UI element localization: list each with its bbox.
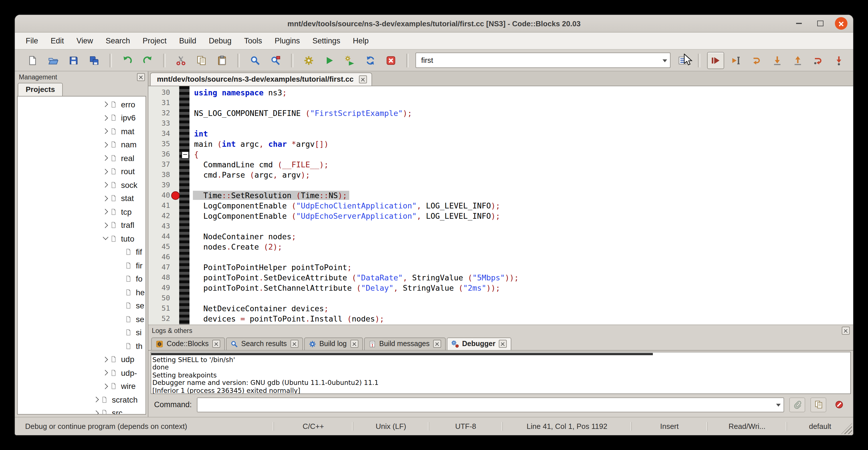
line-number[interactable]: 35 <box>148 139 170 149</box>
tree-item[interactable]: mat <box>18 124 146 138</box>
menu-settings[interactable]: Settings <box>306 33 347 49</box>
chevron-right-icon[interactable] <box>101 167 110 176</box>
tree-item[interactable]: he <box>18 286 146 299</box>
chevron-right-icon[interactable] <box>101 100 110 109</box>
chevron-right-icon[interactable] <box>92 409 101 415</box>
line-number[interactable]: 30 <box>148 87 170 98</box>
tree-item[interactable]: se <box>18 299 146 312</box>
chevron-right-icon[interactable] <box>101 369 110 377</box>
line-number[interactable]: 33 <box>148 118 170 128</box>
chevron-right-icon[interactable] <box>101 127 110 136</box>
line-number[interactable]: 49 <box>148 283 170 293</box>
tree-item[interactable]: real <box>18 151 146 165</box>
build-button[interactable] <box>300 52 317 69</box>
chevron-right-icon[interactable] <box>92 395 101 404</box>
breakpoint-icon[interactable] <box>171 191 180 200</box>
line-number[interactable]: 46 <box>148 252 170 262</box>
rebuild-button[interactable] <box>362 52 379 69</box>
find-button[interactable] <box>247 52 264 69</box>
code-line[interactable]: 47 PointToPointHelper pointToPoint; <box>148 262 853 272</box>
close-icon[interactable] <box>359 75 367 83</box>
tree-item[interactable]: fo <box>18 272 146 286</box>
code-line[interactable]: 32NS_LOG_COMPONENT_DEFINE ("FirstScriptE… <box>148 108 853 118</box>
build-and-run-button[interactable] <box>341 52 359 69</box>
minimize-button[interactable] <box>793 17 805 30</box>
new-file-button[interactable] <box>24 52 41 69</box>
cut-button[interactable] <box>172 52 189 69</box>
next-instruction-button[interactable] <box>810 52 827 69</box>
tree-item[interactable]: trafl <box>18 218 146 232</box>
line-number[interactable]: 39 <box>148 180 170 190</box>
tree-item[interactable]: stat <box>18 191 146 205</box>
menu-help[interactable]: Help <box>347 33 375 49</box>
run-to-cursor-button[interactable] <box>727 52 745 69</box>
tree-item[interactable]: scratch <box>18 393 146 406</box>
line-number[interactable]: 43 <box>148 221 170 231</box>
tree-item[interactable]: sock <box>18 178 146 191</box>
redo-button[interactable] <box>139 52 156 69</box>
close-icon[interactable] <box>499 340 507 348</box>
line-number[interactable]: 47 <box>148 262 170 272</box>
code-line[interactable]: 45 nodes.Create (2); <box>148 242 853 252</box>
code-line[interactable]: 34int <box>148 128 853 139</box>
tab-projects[interactable]: Projects <box>18 83 63 96</box>
editor-tab[interactable]: mnt/dev/tools/source/ns-3-dev/examples/t… <box>150 72 372 86</box>
abort-build-button[interactable] <box>382 52 400 69</box>
line-number[interactable]: 51 <box>148 303 170 313</box>
tab-build-messages[interactable]: Build messages <box>364 337 446 350</box>
stop-button[interactable] <box>832 398 846 412</box>
menu-edit[interactable]: Edit <box>44 33 70 49</box>
line-number[interactable]: 32 <box>148 108 170 118</box>
open-file-button[interactable] <box>44 52 62 69</box>
close-icon[interactable] <box>212 340 220 348</box>
code-line[interactable]: 36{ <box>148 149 853 159</box>
menu-file[interactable]: File <box>20 33 44 49</box>
tree-item[interactable]: si <box>18 326 146 339</box>
copy-button[interactable] <box>193 52 210 69</box>
code-line[interactable]: 48 pointToPoint.SetDeviceAttribute ("Dat… <box>148 272 853 283</box>
undo-button[interactable] <box>119 52 136 69</box>
chevron-right-icon[interactable] <box>101 114 110 122</box>
line-number[interactable]: 36 <box>148 149 170 159</box>
tree-item[interactable]: tcp <box>18 205 146 218</box>
code-line[interactable]: 42 LogComponentEnable ("UdpEchoServerApp… <box>148 211 853 221</box>
close-icon[interactable] <box>842 327 850 335</box>
menu-view[interactable]: View <box>70 33 99 49</box>
chevron-right-icon[interactable] <box>101 141 110 149</box>
code-line[interactable]: 31 <box>148 98 853 108</box>
code-editor[interactable]: 30using namespace ns3;3132NS_LOG_COMPONE… <box>148 86 853 324</box>
next-line-button[interactable] <box>748 52 765 69</box>
chevron-down-icon[interactable] <box>101 234 110 243</box>
tree-item[interactable]: nam <box>18 138 146 151</box>
command-input[interactable] <box>197 398 773 412</box>
line-number[interactable]: 37 <box>148 159 170 170</box>
fold-marker-icon[interactable] <box>181 151 189 158</box>
tab-code-blocks[interactable]: Code::Blocks <box>151 337 224 350</box>
tree-item[interactable]: src <box>18 406 146 415</box>
save-all-button[interactable] <box>86 52 103 69</box>
line-number[interactable]: 40 <box>148 190 170 201</box>
copy-button[interactable] <box>810 397 826 412</box>
close-icon[interactable] <box>350 340 358 348</box>
menu-plugins[interactable]: Plugins <box>268 33 306 49</box>
code-line[interactable]: 43 <box>148 221 853 231</box>
menu-tools[interactable]: Tools <box>238 33 268 49</box>
tree-item[interactable]: ipv6 <box>18 111 146 124</box>
step-out-button[interactable] <box>789 52 806 69</box>
line-number[interactable]: 45 <box>148 242 170 252</box>
tree-item[interactable]: fir <box>18 259 146 272</box>
tree-item[interactable]: fif <box>18 245 146 259</box>
step-into-button[interactable] <box>769 52 786 69</box>
toolbar-overflow-button[interactable] <box>851 52 853 69</box>
step-into-instruction-button[interactable] <box>830 52 847 69</box>
menu-project[interactable]: Project <box>136 33 173 49</box>
tree-item[interactable]: rout <box>18 165 146 178</box>
menu-search[interactable]: Search <box>99 33 136 49</box>
chevron-down-icon[interactable] <box>660 53 670 67</box>
code-line[interactable]: 38 cmd.Parse (argc, argv); <box>148 170 853 180</box>
tab-debugger[interactable]: Debugger <box>447 337 512 350</box>
menu-build[interactable]: Build <box>173 33 203 49</box>
title-bar[interactable]: mnt/dev/tools/source/ns-3-dev/examples/t… <box>15 15 853 33</box>
code-line[interactable]: 50 <box>148 293 853 303</box>
tree-item[interactable]: th <box>18 339 146 353</box>
